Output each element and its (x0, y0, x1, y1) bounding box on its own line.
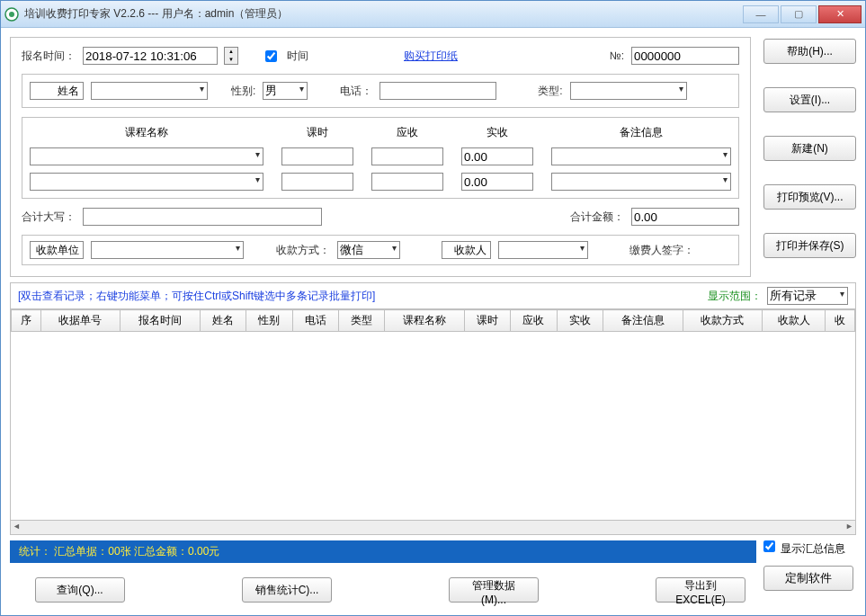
total-amount-label: 合计金额： (570, 210, 624, 225)
totals-row: 合计大写： 合计金额： (22, 208, 739, 226)
type-label: 类型: (538, 84, 562, 99)
settings-button[interactable]: 设置(I)... (763, 87, 856, 112)
method-combo[interactable] (337, 241, 400, 259)
gender-combo[interactable] (263, 82, 308, 100)
query-button[interactable]: 查询(Q)... (35, 577, 125, 603)
signature-label: 缴费人签字： (629, 243, 694, 258)
datetime-spinner[interactable]: ▲▼ (224, 47, 238, 65)
datetime-input[interactable] (83, 47, 218, 65)
remark-combo-1[interactable] (551, 147, 731, 165)
name-btn[interactable]: 姓名 (30, 82, 84, 100)
total-text-input[interactable] (83, 208, 322, 226)
form-panel: 报名时间： ▲▼ 时间 购买打印纸 №: 姓名 (10, 37, 751, 277)
side-buttons: 帮助(H)... 设置(I)... 新建(N) 打印预览(V)... 打印并保存… (763, 37, 856, 277)
close-button[interactable]: ✕ (818, 5, 862, 23)
total-amount-input[interactable] (631, 208, 739, 226)
received-input-2[interactable] (461, 173, 533, 191)
titlebar: 培训收费打印专家 V2.2.6 --- 用户名：admin（管理员） — ▢ ✕ (1, 1, 865, 28)
table-column-header[interactable]: 序 (12, 310, 41, 332)
table-column-header[interactable]: 课时 (464, 310, 510, 332)
type-combo[interactable] (570, 82, 687, 100)
receivable-input-2[interactable] (371, 173, 443, 191)
preview-button[interactable]: 打印预览(V)... (763, 184, 856, 210)
help-button[interactable]: 帮助(H)... (763, 39, 856, 64)
hdr-hours: 课时 (281, 125, 353, 140)
datetime-label: 报名时间： (22, 49, 76, 64)
window-title: 培训收费打印专家 V2.2.6 --- 用户名：admin（管理员） (24, 6, 741, 22)
records-panel: [双击查看记录；右键功能菜单；可按住Ctrl或Shift键选中多条记录批量打印]… (10, 282, 856, 535)
bottom-right: 显示汇总信息 定制软件 (763, 540, 856, 606)
buy-paper-link[interactable]: 购买打印纸 (404, 49, 458, 64)
phone-input[interactable] (379, 82, 496, 100)
course-headers: 课程名称 课时 应收 实收 备注信息 (30, 125, 731, 140)
method-label: 收款方式： (276, 243, 330, 258)
table-column-header[interactable]: 性别 (246, 310, 292, 332)
table-column-header[interactable]: 课程名称 (385, 310, 465, 332)
show-summary-checkbox[interactable] (763, 540, 775, 552)
top-area: 报名时间： ▲▼ 时间 购买打印纸 №: 姓名 (10, 37, 856, 277)
no-input[interactable] (631, 47, 739, 65)
no-label: №: (610, 49, 624, 62)
time-checkbox[interactable] (265, 50, 277, 62)
phone-label: 电话： (340, 84, 372, 99)
records-hint: [双击查看记录；右键功能菜单；可按住Ctrl或Shift键选中多条记录批量打印] (18, 289, 708, 304)
new-button[interactable]: 新建(N) (763, 136, 856, 161)
table-column-header[interactable]: 应收 (511, 310, 557, 332)
course-combo-2[interactable] (30, 173, 263, 191)
customize-button[interactable]: 定制软件 (763, 566, 853, 591)
table-column-header[interactable]: 电话 (292, 310, 338, 332)
stats-bar: 统计： 汇总单据：00张 汇总金额：0.00元 (10, 540, 756, 563)
course-panel: 课程名称 课时 应收 实收 备注信息 (22, 117, 739, 199)
course-row-2 (30, 173, 731, 191)
payment-panel: 收款单位 收款方式： 收款人 缴费人签字： (22, 235, 739, 265)
stats-text: 统计： 汇总单据：00张 汇总金额：0.00元 (19, 545, 219, 558)
table-column-header[interactable]: 报名时间 (121, 310, 201, 332)
range-combo[interactable] (767, 287, 848, 305)
total-text-label: 合计大写： (22, 210, 76, 225)
hours-input-1[interactable] (281, 147, 353, 165)
bottom-area: 统计： 汇总单据：00张 汇总金额：0.00元 查询(Q)... 销售统计C).… (10, 540, 856, 606)
export-excel-button[interactable]: 导出到EXCEL(E) (656, 577, 745, 603)
course-combo-1[interactable] (30, 147, 263, 165)
minimize-button[interactable]: — (743, 5, 779, 23)
range-label: 显示范围： (708, 289, 762, 304)
table-column-header[interactable]: 类型 (338, 310, 384, 332)
table-column-header[interactable]: 姓名 (200, 310, 246, 332)
records-table-wrap[interactable]: 序收据单号报名时间姓名性别电话类型课程名称课时应收实收备注信息收款方式收款人收 (11, 308, 855, 520)
table-column-header[interactable]: 收据单号 (40, 310, 121, 332)
svg-point-1 (9, 12, 14, 17)
manage-data-button[interactable]: 管理数据(M)... (449, 577, 539, 603)
time-checkbox-label: 时间 (287, 49, 308, 64)
table-column-header[interactable]: 收款方式 (683, 310, 763, 332)
client-area: 报名时间： ▲▼ 时间 购买打印纸 №: 姓名 (1, 28, 865, 615)
remark-combo-2[interactable] (551, 173, 731, 191)
receivable-input-1[interactable] (371, 147, 443, 165)
hdr-course: 课程名称 (30, 125, 263, 140)
payee-combo[interactable] (498, 241, 588, 259)
table-column-header[interactable]: 实收 (557, 310, 603, 332)
table-column-header[interactable]: 收 (826, 310, 855, 332)
bottom-button-bar: 查询(Q)... 销售统计C)... 管理数据(M)... 导出到EXCEL(E… (10, 570, 756, 606)
course-row-1 (30, 147, 731, 165)
payee-btn[interactable]: 收款人 (442, 241, 491, 259)
horizontal-scrollbar[interactable] (11, 520, 855, 534)
print-save-button[interactable]: 打印并保存(S) (763, 233, 856, 258)
table-column-header[interactable]: 备注信息 (603, 310, 683, 332)
hint-row: [双击查看记录；右键功能菜单；可按住Ctrl或Shift键选中多条记录批量打印]… (11, 283, 855, 308)
personal-panel: 姓名 性别: 电话： 类型: (22, 74, 739, 108)
table-header-row: 序收据单号报名时间姓名性别电话类型课程名称课时应收实收备注信息收款方式收款人收 (12, 310, 855, 332)
hdr-receivable: 应收 (371, 125, 443, 140)
received-input-1[interactable] (461, 147, 533, 165)
unit-combo[interactable] (91, 241, 244, 259)
sales-stats-button[interactable]: 销售统计C)... (242, 577, 332, 603)
name-combo[interactable] (91, 82, 208, 100)
table-column-header[interactable]: 收款人 (763, 310, 826, 332)
hours-input-2[interactable] (281, 173, 353, 191)
hdr-received: 实收 (461, 125, 533, 140)
maximize-button[interactable]: ▢ (781, 5, 817, 23)
window-controls: — ▢ ✕ (741, 5, 862, 23)
app-icon (4, 7, 19, 22)
show-summary-label: 显示汇总信息 (781, 542, 845, 555)
hdr-remark: 备注信息 (551, 125, 731, 140)
unit-btn[interactable]: 收款单位 (30, 241, 84, 259)
